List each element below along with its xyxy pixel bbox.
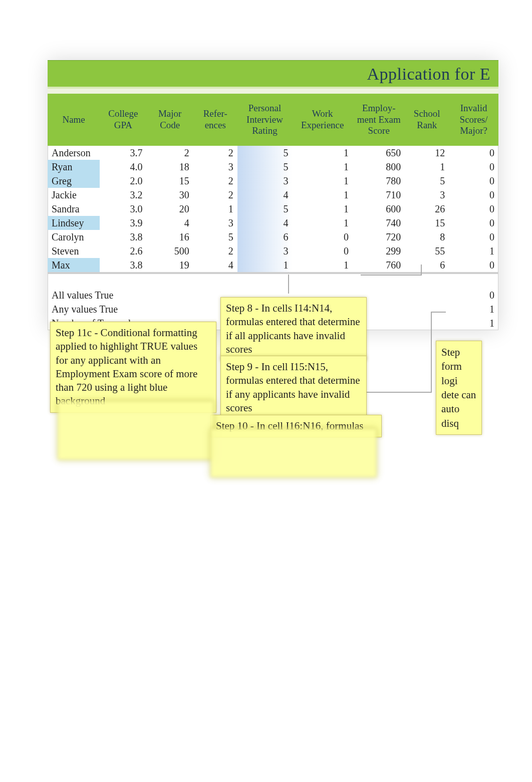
cell-major: 18 xyxy=(147,160,193,174)
cell-interview: 5 xyxy=(237,146,293,160)
col-header-name: Name xyxy=(48,94,100,146)
col-header-major: Major Code xyxy=(147,94,193,146)
sheet-title: Application for E xyxy=(48,60,498,89)
connector-line xyxy=(431,312,432,393)
cell-work: 1 xyxy=(292,216,353,230)
cell-refs: 3 xyxy=(193,160,237,174)
cell-gpa: 3.2 xyxy=(100,188,146,202)
cell-interview: 5 xyxy=(237,202,293,216)
cell-rank: 3 xyxy=(405,188,449,202)
cell-rank: 6 xyxy=(405,258,449,273)
callout-step8: Step 8 - In cells I14:N14, formulas ente… xyxy=(220,297,367,361)
cell-name: Sandra xyxy=(48,202,100,216)
table-row: Max3.81941176060 xyxy=(48,258,498,273)
col-header-rank: School Rank xyxy=(405,94,449,146)
cell-refs: 2 xyxy=(193,146,237,160)
cell-name: Jackie xyxy=(48,188,100,202)
cell-exam: 600 xyxy=(353,202,405,216)
cell-gpa: 3.8 xyxy=(100,230,146,244)
cell-interview: 4 xyxy=(237,216,293,230)
cell-gpa: 2.6 xyxy=(100,244,146,258)
table-row: Greg2.01523178050 xyxy=(48,174,498,188)
table-row: Anderson3.72251650120 xyxy=(48,146,498,160)
cell-work: 0 xyxy=(292,244,353,258)
cell-name: Steven xyxy=(48,244,100,258)
cell-name: Lindsey xyxy=(48,216,100,230)
col-header-refs: Refer-ences xyxy=(193,94,237,146)
cell-work: 1 xyxy=(292,258,353,273)
cell-interview: 4 xyxy=(237,188,293,202)
cell-name: Greg xyxy=(48,174,100,188)
cell-interview: 3 xyxy=(237,244,293,258)
cell-name: Max xyxy=(48,258,100,273)
cell-major: 15 xyxy=(147,174,193,188)
cell-invalid: 0 xyxy=(449,174,498,188)
table-row: Steven2.6500230299551 xyxy=(48,244,498,258)
cell-refs: 2 xyxy=(193,244,237,258)
cell-refs: 2 xyxy=(193,188,237,202)
spreadsheet-area: Application for E Name College GPA Major… xyxy=(48,60,498,330)
cell-invalid: 0 xyxy=(449,230,498,244)
callout-step11c-text: Step 11c - Conditional formatting applie… xyxy=(56,327,197,407)
cell-exam: 780 xyxy=(353,174,405,188)
table-body: Anderson3.72251650120Ryan4.01835180010Gr… xyxy=(48,146,498,273)
connector-line xyxy=(288,275,289,294)
cell-refs: 3 xyxy=(193,216,237,230)
page: Application for E Name College GPA Major… xyxy=(0,0,532,782)
cell-work: 1 xyxy=(292,188,353,202)
cell-name: Ryan xyxy=(48,160,100,174)
cell-work: 1 xyxy=(292,146,353,160)
cell-rank: 12 xyxy=(405,146,449,160)
col-header-exam: Employ-ment Exam Score xyxy=(353,94,405,146)
callout-blurred-bottom xyxy=(210,428,377,477)
col-header-interview: Personal Interview Rating xyxy=(237,94,293,146)
callout-step-right-text: Step form logi dete can auto disq xyxy=(441,346,476,429)
cell-invalid: 0 xyxy=(449,202,498,216)
cell-work: 1 xyxy=(292,202,353,216)
table-row: Sandra3.020151600260 xyxy=(48,202,498,216)
cell-rank: 5 xyxy=(405,174,449,188)
cell-invalid: 0 xyxy=(449,160,498,174)
cell-refs: 1 xyxy=(193,202,237,216)
cell-exam: 740 xyxy=(353,216,405,230)
table-row: Ryan4.01835180010 xyxy=(48,160,498,174)
cell-name: Carolyn xyxy=(48,230,100,244)
table-row: Jackie3.23024171030 xyxy=(48,188,498,202)
header-row: Name College GPA Major Code Refer-ences … xyxy=(48,94,498,146)
cell-gpa: 3.0 xyxy=(100,202,146,216)
connector-line xyxy=(361,275,421,276)
cell-exam: 710 xyxy=(353,188,405,202)
cell-rank: 26 xyxy=(405,202,449,216)
callout-blurred-left xyxy=(58,401,214,460)
connector-line xyxy=(361,392,431,393)
cell-invalid: 0 xyxy=(449,216,498,230)
callout-step8-text: Step 8 - In cells I14:N14, formulas ente… xyxy=(226,302,360,355)
cell-exam: 650 xyxy=(353,146,405,160)
cell-work: 1 xyxy=(292,174,353,188)
cell-refs: 4 xyxy=(193,258,237,273)
cell-major: 4 xyxy=(147,216,193,230)
cell-exam: 299 xyxy=(353,244,405,258)
table-row: Lindsey3.94341740150 xyxy=(48,216,498,230)
cell-major: 20 xyxy=(147,202,193,216)
cell-gpa: 4.0 xyxy=(100,160,146,174)
cell-major: 30 xyxy=(147,188,193,202)
connector-line xyxy=(431,312,446,313)
cell-interview: 3 xyxy=(237,174,293,188)
cell-gpa: 2.0 xyxy=(100,174,146,188)
cell-invalid: 1 xyxy=(449,244,498,258)
callout-step9-text: Step 9 - In cell I15:N15, formulas enter… xyxy=(226,361,360,414)
sheet-title-text: Application for E xyxy=(367,65,490,83)
cell-rank: 1 xyxy=(405,160,449,174)
cell-invalid: 0 xyxy=(449,258,498,273)
cell-rank: 55 xyxy=(405,244,449,258)
cell-exam: 760 xyxy=(353,258,405,273)
table-divider xyxy=(48,273,498,288)
cell-interview: 6 xyxy=(237,230,293,244)
col-header-invalid: Invalid Scores/ Major? xyxy=(449,94,498,146)
cell-exam: 800 xyxy=(353,160,405,174)
cell-rank: 15 xyxy=(405,216,449,230)
cell-major: 2 xyxy=(147,146,193,160)
callout-step9: Step 9 - In cell I15:N15, formulas enter… xyxy=(220,356,367,419)
col-header-gpa: College GPA xyxy=(100,94,146,146)
